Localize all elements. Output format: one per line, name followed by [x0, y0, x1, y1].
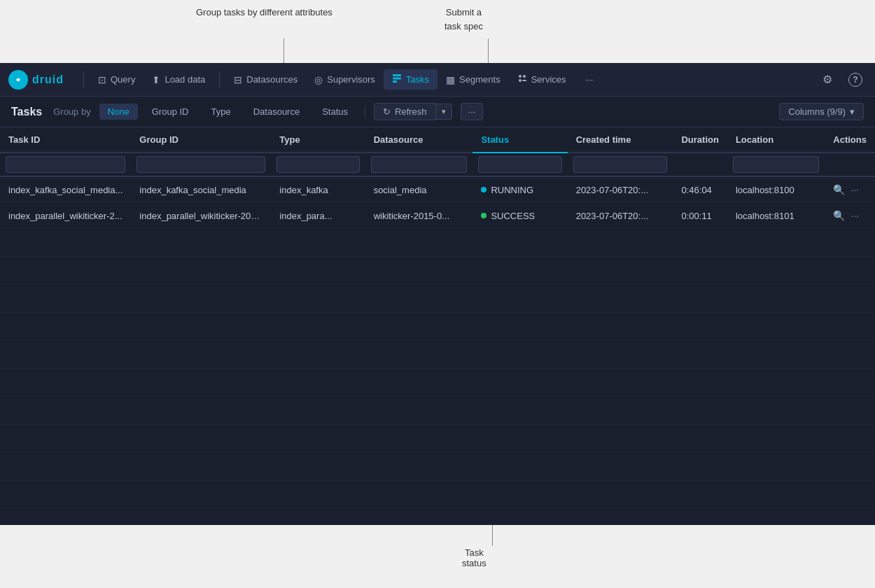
more-action-2[interactable]: ··· — [850, 210, 859, 221]
empty-row-7 — [0, 397, 875, 425]
tasks-table: Task ID Group ID Type Datasource Status — [0, 127, 875, 509]
group-by-datasource-button[interactable]: Datasource — [245, 104, 308, 120]
tasks-toolbar: Tasks Group by None Group ID Type Dataso… — [0, 97, 875, 127]
filter-input-created-time[interactable] — [573, 156, 668, 173]
table-body: index_kafka_social_media... index_kafka_… — [0, 176, 875, 509]
col-task-id[interactable]: Task ID — [0, 127, 131, 153]
nav-supervisors[interactable]: ◎ Supervisors — [306, 70, 384, 90]
cell-status-1: RUNNING — [472, 176, 567, 203]
nav-tasks[interactable]: Tasks — [384, 69, 438, 90]
more-actions-button[interactable]: ··· — [461, 103, 484, 120]
filter-input-location[interactable] — [733, 156, 819, 173]
tasks-title: Tasks — [11, 106, 42, 118]
navbar: druid ⊡ Query ⬆ Load data ⊟ Datasources … — [0, 63, 875, 97]
group-by-type-button[interactable]: Type — [203, 104, 239, 120]
empty-row-9 — [0, 453, 875, 481]
nav-datasources[interactable]: ⊟ Datasources — [225, 70, 306, 90]
table-container: Task ID Group ID Type Datasource Status — [0, 127, 875, 588]
nav-divider-2 — [219, 71, 220, 88]
group-tasks-callout: Group tasks by different attributes — [196, 6, 332, 20]
col-datasource[interactable]: Datasource — [365, 127, 473, 153]
nav-load-data[interactable]: ⬆ Load data — [144, 70, 214, 90]
cell-created-time-1: 2023-07-06T20:... — [568, 176, 673, 203]
load-data-icon: ⬆ — [152, 74, 160, 85]
filter-cell-duration — [673, 153, 727, 176]
status-dot-2 — [481, 213, 486, 218]
filter-input-type[interactable] — [276, 156, 359, 173]
cell-group-id-1: index_kafka_social_media — [131, 176, 271, 203]
cell-datasource-2: wikiticker-2015-0... — [365, 203, 473, 229]
filter-cell-datasource — [365, 153, 473, 176]
status-dot-1 — [481, 187, 486, 192]
navbar-right: ⚙ ? — [816, 69, 867, 91]
nav-query[interactable]: ⊡ Query — [90, 70, 144, 90]
group-tasks-line — [284, 38, 284, 63]
table-row[interactable]: index_parallel_wikiticker-2... index_par… — [0, 203, 875, 229]
nav-segments[interactable]: ▦ Segments — [438, 70, 509, 90]
status-badge-1: RUNNING — [481, 185, 533, 195]
filter-input-status[interactable] — [478, 156, 561, 173]
filter-input-datasource[interactable] — [371, 156, 468, 173]
empty-row-2 — [0, 257, 875, 285]
col-location[interactable]: Location — [727, 127, 825, 153]
columns-button[interactable]: Columns (9/9) ▾ — [779, 103, 864, 120]
filter-cell-type — [271, 153, 365, 176]
cell-type-2: index_para... — [271, 203, 365, 229]
annotation-area: Group tasks by different attributes Subm… — [0, 0, 875, 63]
cell-task-id-1: index_kafka_social_media... — [0, 176, 131, 203]
group-by-none-button[interactable]: None — [99, 104, 138, 120]
cell-created-time-2: 2023-07-06T20:... — [568, 203, 673, 229]
status-badge-2: SUCCESS — [481, 211, 535, 221]
refresh-dropdown-button[interactable]: ▾ — [436, 104, 452, 120]
table-row[interactable]: index_kafka_social_media... index_kafka_… — [0, 176, 875, 203]
cell-type-1: index_kafka — [271, 176, 365, 203]
cell-task-id-2: index_parallel_wikiticker-2... — [0, 203, 131, 229]
col-created-time[interactable]: Created time — [568, 127, 673, 153]
empty-row-5 — [0, 341, 875, 369]
cell-duration-2: 0:00:11 — [673, 203, 727, 229]
cell-status-2: SUCCESS — [472, 203, 567, 229]
brand-text: druid — [32, 74, 64, 86]
filter-cell-actions — [825, 153, 875, 176]
empty-row-4 — [0, 313, 875, 341]
chevron-down-icon: ▾ — [442, 107, 446, 115]
view-action-2[interactable]: 🔍 — [833, 210, 845, 221]
col-type[interactable]: Type — [271, 127, 365, 153]
cell-group-id-2: index_parallel_wikiticker-201... — [131, 203, 271, 229]
help-button[interactable]: ? — [844, 69, 867, 91]
empty-row-10 — [0, 481, 875, 509]
refresh-button[interactable]: ↻ Refresh — [374, 103, 436, 120]
more-action-1[interactable]: ··· — [850, 184, 859, 195]
nav-services[interactable]: Services — [509, 69, 575, 90]
col-status[interactable]: Status — [472, 127, 567, 153]
tasks-icon — [392, 74, 402, 85]
col-group-id[interactable]: Group ID — [131, 127, 271, 153]
refresh-button-group: ↻ Refresh ▾ — [374, 103, 452, 120]
task-status-line — [492, 525, 493, 546]
group-by-groupid-button[interactable]: Group ID — [144, 104, 197, 120]
view-action-1[interactable]: 🔍 — [833, 184, 845, 195]
group-by-status-button[interactable]: Status — [314, 104, 356, 120]
col-duration[interactable]: Duration — [673, 127, 727, 153]
segments-icon: ▦ — [446, 74, 455, 85]
col-actions: Actions — [825, 127, 875, 153]
filter-cell-status — [472, 153, 567, 176]
nav-more[interactable]: ··· — [578, 70, 602, 89]
svg-rect-3 — [393, 80, 397, 83]
submit-task-line — [488, 38, 489, 63]
filter-input-group-id[interactable] — [136, 156, 265, 173]
filter-cell-group-id — [131, 153, 271, 176]
services-icon — [517, 74, 527, 85]
datasources-icon: ⊟ — [234, 74, 242, 85]
svg-rect-7 — [522, 80, 526, 81]
svg-point-4 — [519, 75, 522, 78]
submit-task-callout: Submit atask spec — [444, 6, 483, 33]
nav-divider — [83, 71, 84, 88]
filter-input-task-id[interactable] — [6, 156, 125, 173]
settings-button[interactable]: ⚙ — [816, 69, 839, 91]
cell-datasource-1: social_media — [365, 176, 473, 203]
empty-row-1 — [0, 229, 875, 257]
svg-rect-2 — [393, 78, 401, 80]
toolbar-separator — [365, 105, 365, 119]
query-icon: ⊡ — [98, 74, 106, 85]
